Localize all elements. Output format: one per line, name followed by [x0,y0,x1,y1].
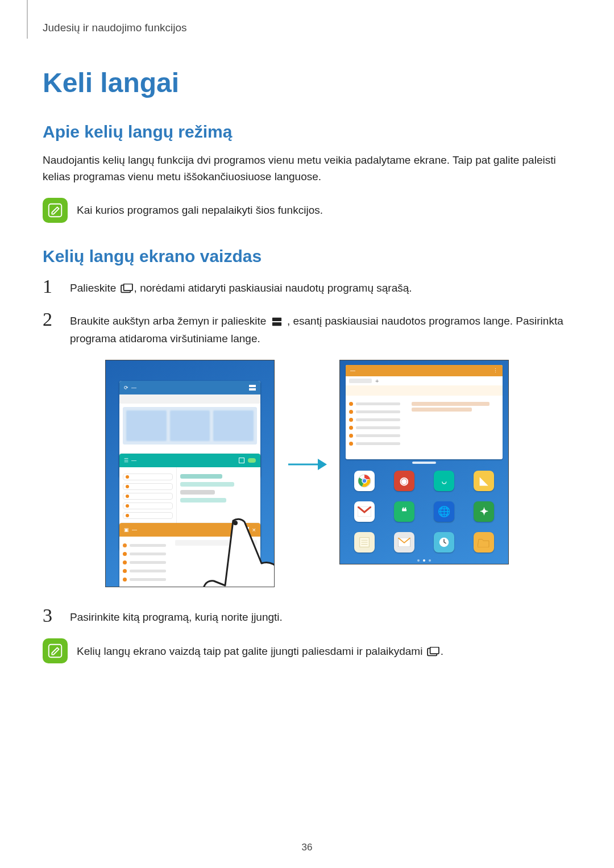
hangouts-icon: ❝ [394,501,414,522]
figure-splitview: ⟳ — ☰ — [43,360,571,587]
step-1: 1 Palieskite , norėdami atidaryti paskia… [43,276,571,297]
manual-page: Judesių ir naudojimo funkcijos Keli lang… [0,0,614,868]
section-about-heading: Apie kelių langų režimą [43,122,571,142]
page-number: 36 [0,842,614,853]
svg-rect-6 [249,388,256,391]
note-2: Kelių langų ekrano vaizdą taip pat galit… [43,638,571,663]
section-about-body: Naudojantis kelių langų funkcija dvi pro… [43,152,571,185]
margin-tab-line [27,0,28,39]
svg-marker-11 [318,459,327,470]
step-3: 3 Pasirinkite kitą programą, kurią norit… [43,605,571,626]
svg-rect-26 [430,647,438,654]
arrow-right-icon [287,456,327,472]
app-yellow-icon: ◣ [474,471,494,491]
page-indicator-dots [340,559,508,562]
clock-icon [434,532,454,553]
note-pencil-icon [43,198,68,223]
svg-rect-24 [49,645,62,658]
step-1-text-post: , norėdami atidaryti paskiausiai naudotų… [134,282,412,294]
step-1-body: Palieskite , norėdami atidaryti paskiaus… [70,276,412,297]
recent-apps-icon [427,647,439,657]
top-pane-my-files: —⋮ + [346,365,503,459]
folder-icon [474,532,494,553]
step-3-body: Pasirinkite kitą programą, kurią norite … [70,605,283,626]
step-1-text-pre: Palieskite [70,282,119,294]
svg-rect-3 [272,318,281,321]
maps-icon: ✦ [474,501,494,522]
svg-rect-8 [242,530,249,533]
multiwindow-icon [271,317,283,327]
step-1-number: 1 [43,276,60,297]
note-1-text: Kai kurios programos gali nepalaikyti ši… [77,202,323,218]
svg-point-14 [362,479,367,483]
step-2-number: 2 [43,309,60,347]
chrome-icon [354,471,375,491]
recent-apps-icon [121,284,133,294]
section-splitview-heading: Kelių langų ekrano vaizdas [43,247,571,266]
split-handle-icon [412,462,436,464]
steps-list: 1 Palieskite , norėdami atidaryti paskia… [43,276,571,347]
gallery-icon: ◡ [434,471,454,491]
svg-rect-7 [242,527,249,529]
globe-icon: 🌐 [434,501,454,522]
multiwindow-icon [242,527,249,533]
svg-rect-2 [123,284,132,290]
notes-icon [354,532,375,553]
svg-rect-5 [249,385,256,387]
note-1: Kai kurios programos gali nepalaikyti ši… [43,198,571,223]
record-icon: ◉ [394,471,414,491]
step-2-body: Braukite aukštyn arba žemyn ir palieskit… [70,309,571,347]
figure-right-split-result: —⋮ + ◉ [339,360,509,564]
step-2: 2 Braukite aukštyn arba žemyn ir paliesk… [43,309,571,347]
multiwindow-icon [249,385,256,391]
recent-card-my-files: ▣ — × [119,523,260,587]
recent-apps-stack: ⟳ — ☰ — [119,381,260,579]
note-2-text-post: . [441,645,443,657]
mail-icon [394,532,414,553]
figure-left-recent-apps: ⟳ — ☰ — [105,360,275,587]
page-title: Keli langai [43,67,571,98]
running-head: Judesių ir naudojimo funkcijos [43,22,571,34]
step-2-text-pre: Braukite aukštyn arba žemyn ir palieskit… [70,315,269,327]
step-3-number: 3 [43,605,60,626]
gmail-icon [354,501,375,522]
svg-rect-4 [272,322,281,326]
note-2-text: Kelių langų ekrano vaizdą taip pat galit… [77,643,443,659]
note-pencil-icon [43,638,68,663]
svg-rect-0 [49,204,62,217]
note-2-text-pre: Kelių langų ekrano vaizdą taip pat galit… [77,645,426,657]
steps-list-cont: 3 Pasirinkite kitą programą, kurią norit… [43,605,571,626]
close-icon: × [252,526,256,533]
bottom-pane-home-grid: ◉ ◡ ◣ ❝ 🌐 ✦ [350,470,498,554]
